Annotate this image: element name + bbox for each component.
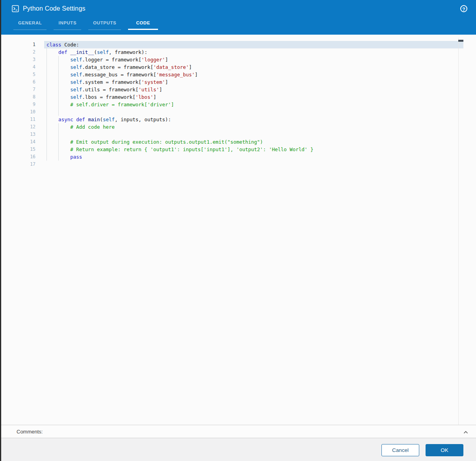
code-line-content[interactable]: async def main(self, inputs, outputs):	[44, 116, 463, 123]
line-number: 9	[14, 101, 35, 108]
code-line-content[interactable]	[44, 131, 463, 138]
line-number: 7	[14, 86, 35, 93]
line-number: 15	[14, 146, 35, 153]
line-number: 8	[14, 93, 35, 101]
code-line-content[interactable]	[44, 108, 463, 116]
scrollbar-track[interactable]	[458, 38, 459, 425]
code-line[interactable]: 9 # self.driver = framework['driver']	[14, 101, 476, 108]
line-number: 5	[14, 71, 35, 78]
code-line-content[interactable]: self.lbos = framework['lbos']	[44, 93, 463, 101]
code-line[interactable]: 12 # Add code here	[14, 123, 476, 131]
code-line[interactable]: 1class Code:	[14, 41, 476, 48]
code-line[interactable]: 8 self.lbos = framework['lbos']	[14, 93, 476, 101]
code-line[interactable]: 3 self.logger = framework['logger']	[14, 56, 476, 63]
tab-code[interactable]: CODE	[128, 18, 158, 30]
line-number: 1	[14, 41, 35, 48]
code-line[interactable]: 10	[14, 108, 476, 116]
code-lines: 1class Code:2 def __init__(self, framewo…	[0, 41, 476, 168]
line-number: 10	[14, 108, 35, 116]
code-line[interactable]: 4 self.data_store = framework['data_stor…	[14, 63, 476, 71]
code-line-content[interactable]: # Emit output during execution: outputs.…	[44, 138, 463, 146]
code-line[interactable]: 14 # Emit output during execution: outpu…	[14, 138, 476, 146]
code-editor[interactable]: 1class Code:2 def __init__(self, framewo…	[0, 35, 476, 425]
code-line-content[interactable]: self.logger = framework['logger']	[44, 56, 463, 63]
code-line[interactable]: 15 # Return example: return { 'output1':…	[14, 146, 476, 153]
terminal-icon	[12, 5, 19, 12]
code-line-content[interactable]	[44, 161, 463, 168]
tab-strip: GENERAL INPUTS OUTPUTS CODE	[13, 18, 158, 30]
comments-label: Comments:	[17, 429, 43, 435]
code-line[interactable]: 11 async def main(self, inputs, outputs)…	[14, 116, 476, 123]
line-number: 2	[14, 48, 35, 56]
code-line-content[interactable]: # self.driver = framework['driver']	[44, 101, 463, 108]
line-number: 12	[14, 123, 35, 131]
dialog-header: Python Code Settings ? GENERAL INPUTS OU…	[0, 0, 476, 35]
ok-button[interactable]: OK	[426, 444, 463, 456]
line-number: 14	[14, 138, 35, 146]
code-line[interactable]: 17	[14, 161, 476, 168]
code-line-content[interactable]: pass	[44, 153, 463, 161]
code-line[interactable]: 7 self.utils = framework['utils']	[14, 86, 476, 93]
line-number: 16	[14, 153, 35, 161]
line-number: 11	[14, 116, 35, 123]
line-number: 13	[14, 131, 35, 138]
code-line[interactable]: 13	[14, 131, 476, 138]
tab-outputs[interactable]: OUTPUTS	[88, 18, 121, 30]
line-number: 3	[14, 56, 35, 63]
code-line[interactable]: 6 self.system = framework['system']	[14, 78, 476, 86]
line-number: 4	[14, 63, 35, 71]
code-line-content[interactable]: # Add code here	[44, 123, 463, 131]
line-number: 17	[14, 161, 35, 168]
code-line[interactable]: 2 def __init__(self, framework):	[14, 48, 476, 56]
dialog-footer: Cancel OK	[0, 438, 476, 461]
code-line-content[interactable]: self.message_bus = framework['message_bu…	[44, 71, 463, 78]
window-left-edge	[0, 0, 1, 461]
dialog-title: Python Code Settings	[23, 5, 86, 12]
code-line-content[interactable]: self.utils = framework['utils']	[44, 86, 463, 93]
line-number: 6	[14, 78, 35, 86]
code-line[interactable]: 5 self.message_bus = framework['message_…	[14, 71, 476, 78]
help-icon[interactable]: ?	[460, 5, 467, 12]
code-line-content[interactable]: self.system = framework['system']	[44, 78, 463, 86]
code-line-content[interactable]: # Return example: return { 'output1': in…	[44, 146, 463, 153]
code-line-content[interactable]: def __init__(self, framework):	[44, 48, 463, 56]
scrollbar-annotation-marker	[458, 40, 463, 42]
code-line-content[interactable]: self.data_store = framework['data_store'…	[44, 63, 463, 71]
code-line[interactable]: 16 pass	[14, 153, 476, 161]
cancel-button[interactable]: Cancel	[381, 444, 419, 456]
tab-inputs[interactable]: INPUTS	[54, 18, 81, 30]
code-line-content[interactable]: class Code:	[44, 41, 463, 48]
chevron-up-icon[interactable]	[463, 430, 468, 435]
comments-bar: Comments:	[0, 425, 476, 438]
tab-general[interactable]: GENERAL	[13, 18, 46, 30]
